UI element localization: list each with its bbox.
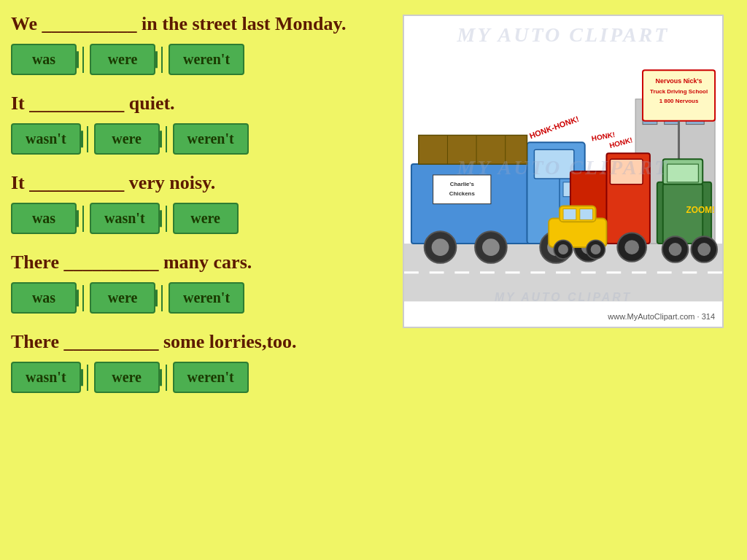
question-3-text: It __________ very noisy. bbox=[11, 172, 390, 194]
q1-option-were[interactable]: were bbox=[90, 44, 155, 75]
clipart-credit: www.MyAutoClipart.com · 314 bbox=[608, 312, 715, 321]
svg-rect-14 bbox=[534, 149, 574, 179]
question-5-text: There __________ some lorries,too. bbox=[11, 331, 390, 353]
svg-text:MY AUTO CLIPART: MY AUTO CLIPART bbox=[495, 291, 632, 303]
svg-text:1 800 Nervous: 1 800 Nervous bbox=[659, 98, 699, 104]
q2-option-wasnt[interactable]: wasn't bbox=[11, 123, 81, 155]
svg-point-55 bbox=[697, 243, 711, 256]
left-panel: We __________ in the street last Monday.… bbox=[11, 7, 390, 553]
q4-option-werent[interactable]: weren't bbox=[169, 282, 244, 314]
svg-point-20 bbox=[482, 238, 500, 256]
question-4-options: was were weren't bbox=[11, 282, 390, 314]
question-2-text: It __________ quiet. bbox=[11, 93, 390, 114]
svg-point-53 bbox=[669, 243, 682, 256]
svg-rect-23 bbox=[419, 135, 527, 164]
divider-6 bbox=[166, 206, 167, 232]
svg-rect-42 bbox=[563, 209, 576, 220]
q3-option-wasnt[interactable]: wasn't bbox=[90, 203, 160, 234]
q5-option-wasnt[interactable]: wasn't bbox=[11, 362, 81, 393]
question-3-options: was wasn't were bbox=[11, 203, 390, 234]
q1-option-werent[interactable]: weren't bbox=[169, 44, 244, 75]
main-container: We __________ in the street last Monday.… bbox=[0, 0, 747, 560]
truck-scene-svg: Nervous Nick's Truck Driving School 1 80… bbox=[404, 16, 722, 327]
question-5-options: wasn't were weren't bbox=[11, 362, 390, 393]
svg-text:Nervous Nick's: Nervous Nick's bbox=[656, 77, 703, 85]
svg-text:Charlie's: Charlie's bbox=[450, 181, 475, 187]
divider-10 bbox=[166, 365, 167, 391]
right-panel: MY AUTO CLIPART MY AUTO CLIPART Nervous … bbox=[390, 7, 736, 553]
q2-option-werent[interactable]: weren't bbox=[173, 123, 249, 155]
q3-option-was[interactable]: was bbox=[11, 203, 77, 234]
svg-point-18 bbox=[432, 238, 449, 256]
q3-option-were[interactable]: were bbox=[173, 203, 239, 234]
divider-8 bbox=[161, 285, 163, 311]
divider-5 bbox=[82, 206, 84, 232]
svg-point-45 bbox=[558, 244, 568, 254]
divider-7 bbox=[82, 285, 84, 311]
q2-option-were[interactable]: were bbox=[94, 123, 160, 155]
svg-point-37 bbox=[624, 240, 639, 254]
divider-1 bbox=[82, 47, 84, 73]
svg-text:ZOOM!: ZOOM! bbox=[686, 205, 715, 215]
question-2-options: wasn't were weren't bbox=[11, 123, 390, 155]
question-1-options: was were weren't bbox=[11, 44, 390, 75]
svg-rect-43 bbox=[580, 209, 593, 220]
q4-option-were[interactable]: were bbox=[90, 282, 155, 314]
divider-4 bbox=[166, 126, 167, 152]
question-4-text: There __________ many cars. bbox=[11, 252, 390, 273]
question-1-text: We __________ in the street last Monday. bbox=[11, 13, 390, 35]
q4-option-was[interactable]: was bbox=[11, 282, 77, 314]
q1-option-was[interactable]: was bbox=[11, 44, 77, 75]
svg-text:Chickens: Chickens bbox=[449, 190, 476, 197]
svg-rect-33 bbox=[610, 159, 643, 184]
divider-3 bbox=[87, 126, 88, 152]
svg-text:Truck Driving School: Truck Driving School bbox=[650, 88, 708, 95]
q5-option-werent[interactable]: weren't bbox=[173, 362, 249, 393]
q5-option-were[interactable]: were bbox=[94, 362, 160, 393]
clipart-image: MY AUTO CLIPART MY AUTO CLIPART Nervous … bbox=[403, 15, 724, 328]
svg-point-47 bbox=[591, 244, 601, 254]
divider-2 bbox=[161, 47, 163, 73]
svg-rect-50 bbox=[667, 164, 699, 182]
divider-9 bbox=[87, 365, 88, 391]
